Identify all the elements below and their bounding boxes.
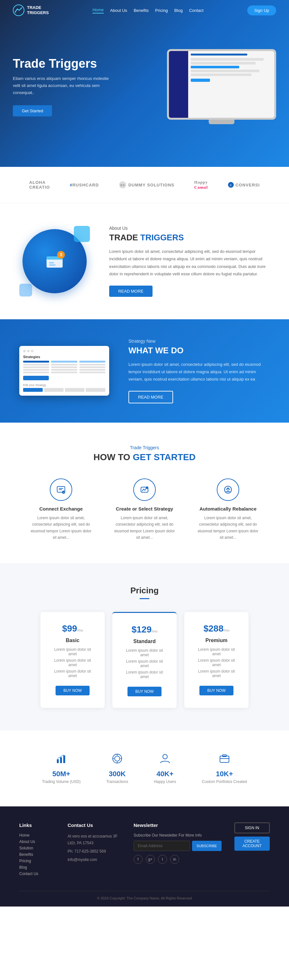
plan-name-standard: Standard xyxy=(133,639,155,644)
whatwedo-content: Strategy New WHAT WE DO Lorem ipsum dolo… xyxy=(128,339,270,403)
logo-text: TRADE TRIGGERS xyxy=(27,5,49,15)
svg-rect-10 xyxy=(49,262,54,264)
social-google[interactable]: g+ xyxy=(146,855,155,864)
plan-standard-f2: Lorem ipsum dolor sit amet xyxy=(121,659,168,668)
whatwedo-text: Lorem ipsum dolor sit amet, consectetur … xyxy=(128,361,270,383)
strategy-mockup: Strategies Edit your Strategy xyxy=(19,346,109,396)
about-section: ₿ About Us TRADE TRIGGERS Lorem ipsum do… xyxy=(0,203,289,319)
howto-section: Trade Triggers HOW TO GET STARTED 🔗 Conn… xyxy=(0,423,289,563)
stat-label-trading: Trading Volume (USD) xyxy=(42,780,81,784)
footer-links-col: Links Home About Us Solution Benefits Pr… xyxy=(19,822,54,878)
howto-steps: 🔗 Connect Exchange Lorem ipsum dolor sit… xyxy=(19,479,270,541)
step-3-title: Automatically Rebalance xyxy=(196,506,260,512)
footer-link-contact[interactable]: Contact Us xyxy=(19,872,54,876)
hero-content: Trade Triggers Etiam varius eros aliquam… xyxy=(13,57,145,116)
svg-rect-11 xyxy=(49,264,56,266)
footer-link-pricing[interactable]: Pricing xyxy=(19,859,54,863)
signup-button[interactable]: Sign Up xyxy=(247,5,276,15)
stat-trading-volume: 50M+ Trading Volume (USD) xyxy=(42,753,81,784)
nav-blog[interactable]: Blog xyxy=(174,8,183,13)
about-content: About Us TRADE TRIGGERS Lorem ipsum dolo… xyxy=(109,226,270,297)
whatwedo-title: WHAT WE DO xyxy=(128,345,270,356)
footer-email: info@mysite.com xyxy=(67,856,121,863)
stat-number-portfolios: 10K+ xyxy=(202,770,247,778)
stat-icon-trading xyxy=(42,753,81,767)
brand-aloha: ALOHACREATIO xyxy=(29,180,50,189)
footer-contact-col: Contact Us At vero eos et accusamus 3F L… xyxy=(67,822,121,878)
brand-dummy: DS DUMMY SOLUTIONS xyxy=(119,181,174,189)
stat-icon-portfolios xyxy=(202,753,247,767)
nav-about[interactable]: About Us xyxy=(110,8,127,13)
step-2-title: Create or Select Strategy xyxy=(112,506,177,512)
footer-cta-buttons: SIGN IN CREATE ACCOUNT xyxy=(235,822,270,851)
svg-point-25 xyxy=(113,754,122,763)
stat-transactions: 300K Transactions xyxy=(106,753,128,784)
stat-number-trading: 50M+ xyxy=(42,770,81,778)
social-twitter[interactable]: t xyxy=(158,855,167,864)
plan-standard-f3: Lorem ipsum dolor sit amet xyxy=(121,670,168,679)
howto-title: HOW TO GET STARTED xyxy=(19,452,270,462)
footer-link-blog[interactable]: Blog xyxy=(19,865,54,870)
footer-newsletter-title: Newsletter xyxy=(134,822,222,828)
pricing-card-basic: $99/mo Basic Lorem ipsum dolor sit amet … xyxy=(40,612,105,708)
svg-rect-14 xyxy=(59,489,62,490)
stat-icon-transactions xyxy=(106,753,128,767)
plan-basic-f1: Lorem ipsum dolor sit amet xyxy=(49,647,96,656)
svg-rect-13 xyxy=(59,488,63,489)
footer-link-benefits[interactable]: Benefits xyxy=(19,852,54,857)
about-title-highlight: TRIGGERS xyxy=(141,233,184,242)
stat-number-users: 40K+ xyxy=(154,770,176,778)
footer-links-title: Links xyxy=(19,822,54,828)
hero-title: Trade Triggers xyxy=(13,57,145,71)
buy-basic-button[interactable]: BUY NOW xyxy=(56,686,89,695)
pricing-cards: $99/mo Basic Lorem ipsum dolor sit amet … xyxy=(19,612,270,708)
footer-link-solution[interactable]: Solution xyxy=(19,846,54,850)
whatwedo-read-more-button[interactable]: READ MORE xyxy=(128,391,173,403)
buy-standard-button[interactable]: BUY NOW xyxy=(128,687,161,696)
nav-contact[interactable]: Contact xyxy=(189,8,204,13)
step-2-text: Lorem ipsum dolor sit amet, consectetur … xyxy=(112,515,177,541)
plan-name-basic: Basic xyxy=(66,638,80,643)
nav-benefits[interactable]: Benefits xyxy=(134,8,148,13)
signin-button[interactable]: SIGN IN xyxy=(235,822,270,834)
pricing-card-premium: $288/mo Premium Lorem ipsum dolor sit am… xyxy=(184,612,249,708)
stat-label-portfolios: Custom Portfolios Created xyxy=(202,780,247,784)
nav-links: Home About Us Benefits Pricing Blog Cont… xyxy=(93,7,204,13)
about-text: Lorem ipsum dolor sit amet, consectetur … xyxy=(109,248,270,278)
footer-link-home[interactable]: Home xyxy=(19,833,54,837)
howto-step-1: 🔗 Connect Exchange Lorem ipsum dolor sit… xyxy=(29,479,93,541)
stat-number-transactions: 300K xyxy=(106,770,128,778)
about-read-more-button[interactable]: READ MORE xyxy=(109,286,153,297)
plan-premium-f3: Lorem ipsum dolor sit amet xyxy=(193,669,240,678)
social-icons: f g+ t in xyxy=(134,855,222,864)
brand-rushcard: #RUSHCARD xyxy=(70,183,99,188)
pricing-divider xyxy=(140,598,149,599)
nav-pricing[interactable]: Pricing xyxy=(155,8,168,13)
create-account-button[interactable]: CREATE ACCOUNT xyxy=(235,837,270,851)
step-3-icon xyxy=(217,479,239,501)
step-1-icon: 🔗 xyxy=(50,479,72,501)
footer-grid: Links Home About Us Solution Benefits Pr… xyxy=(19,822,270,878)
subscribe-button[interactable]: SUBSCRIBE xyxy=(192,841,222,851)
get-started-button[interactable]: Get Started xyxy=(13,105,52,116)
plan-standard-f1: Lorem ipsum dolor sit amet xyxy=(121,648,168,657)
step-2-icon: + xyxy=(133,479,156,501)
step-1-text: Lorem ipsum dolor sit amet, consectetur … xyxy=(29,515,93,541)
stat-icon-users xyxy=(154,753,176,767)
footer-contact-title: Contact Us xyxy=(67,822,121,828)
newsletter-input[interactable] xyxy=(134,841,190,851)
buy-premium-button[interactable]: BUY NOW xyxy=(200,686,233,695)
svg-text:DS: DS xyxy=(120,183,125,187)
footer-link-about[interactable]: About Us xyxy=(19,840,54,844)
social-facebook[interactable]: f xyxy=(134,855,142,864)
crypto-icon: ₿ xyxy=(40,247,69,276)
logo: TRADE TRIGGERS xyxy=(13,5,49,16)
svg-rect-23 xyxy=(60,757,62,763)
howto-label: Trade Triggers xyxy=(19,445,270,450)
about-label: About Us xyxy=(109,226,270,231)
howto-step-2: + Create or Select Strategy Lorem ipsum … xyxy=(112,479,177,541)
whatwedo-label: Strategy New xyxy=(128,339,270,344)
hero-subtitle: Etiam varius eros aliquam semper rhoncus… xyxy=(13,75,116,96)
social-linkedin[interactable]: in xyxy=(170,855,179,864)
nav-home[interactable]: Home xyxy=(93,7,104,13)
